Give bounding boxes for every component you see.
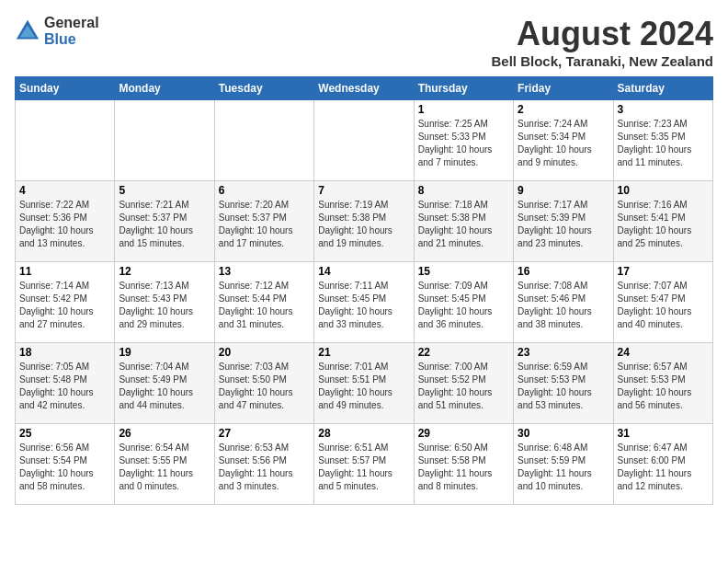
calendar-cell: 4Sunrise: 7:22 AMSunset: 5:36 PMDaylight… bbox=[16, 181, 115, 262]
calendar-cell: 17Sunrise: 7:07 AMSunset: 5:47 PMDayligh… bbox=[613, 262, 712, 343]
calendar-cell: 2Sunrise: 7:24 AMSunset: 5:34 PMDaylight… bbox=[514, 100, 613, 181]
day-of-week-header: Wednesday bbox=[314, 77, 414, 100]
day-of-week-header: Sunday bbox=[16, 77, 115, 100]
calendar-cell: 1Sunrise: 7:25 AMSunset: 5:33 PMDaylight… bbox=[414, 100, 513, 181]
day-info: Sunrise: 6:48 AMSunset: 5:59 PMDaylight:… bbox=[518, 442, 609, 493]
calendar-cell: 24Sunrise: 6:57 AMSunset: 5:53 PMDayligh… bbox=[613, 343, 712, 424]
day-info: Sunrise: 7:08 AMSunset: 5:46 PMDaylight:… bbox=[518, 280, 609, 331]
day-number: 15 bbox=[418, 265, 509, 278]
calendar-cell: 18Sunrise: 7:05 AMSunset: 5:48 PMDayligh… bbox=[16, 343, 115, 424]
day-info: Sunrise: 7:23 AMSunset: 5:35 PMDaylight:… bbox=[618, 118, 709, 169]
calendar-week-row: 25Sunrise: 6:56 AMSunset: 5:54 PMDayligh… bbox=[16, 424, 713, 505]
day-of-week-header: Thursday bbox=[414, 77, 513, 100]
calendar-cell: 3Sunrise: 7:23 AMSunset: 5:35 PMDaylight… bbox=[613, 100, 712, 181]
calendar-cell: 14Sunrise: 7:11 AMSunset: 5:45 PMDayligh… bbox=[314, 262, 414, 343]
logo: General Blue bbox=[15, 15, 99, 47]
calendar-cell: 25Sunrise: 6:56 AMSunset: 5:54 PMDayligh… bbox=[16, 424, 115, 505]
day-info: Sunrise: 7:00 AMSunset: 5:52 PMDaylight:… bbox=[418, 361, 509, 412]
day-info: Sunrise: 6:47 AMSunset: 6:00 PMDaylight:… bbox=[618, 442, 709, 493]
day-number: 14 bbox=[318, 265, 409, 278]
days-of-week-row: SundayMondayTuesdayWednesdayThursdayFrid… bbox=[16, 77, 713, 100]
day-info: Sunrise: 6:51 AMSunset: 5:57 PMDaylight:… bbox=[318, 442, 409, 493]
calendar-cell: 28Sunrise: 6:51 AMSunset: 5:57 PMDayligh… bbox=[314, 424, 414, 505]
day-number: 1 bbox=[418, 103, 509, 116]
day-number: 28 bbox=[318, 427, 409, 440]
day-number: 31 bbox=[618, 427, 709, 440]
day-info: Sunrise: 7:12 AMSunset: 5:44 PMDaylight:… bbox=[219, 280, 310, 331]
day-number: 17 bbox=[618, 265, 709, 278]
day-info: Sunrise: 7:05 AMSunset: 5:48 PMDaylight:… bbox=[19, 361, 110, 412]
calendar-cell: 12Sunrise: 7:13 AMSunset: 5:43 PMDayligh… bbox=[115, 262, 214, 343]
calendar-week-row: 18Sunrise: 7:05 AMSunset: 5:48 PMDayligh… bbox=[16, 343, 713, 424]
calendar-header: SundayMondayTuesdayWednesdayThursdayFrid… bbox=[16, 77, 713, 100]
day-info: Sunrise: 6:56 AMSunset: 5:54 PMDaylight:… bbox=[19, 442, 110, 493]
calendar-week-row: 4Sunrise: 7:22 AMSunset: 5:36 PMDaylight… bbox=[16, 181, 713, 262]
calendar-cell: 5Sunrise: 7:21 AMSunset: 5:37 PMDaylight… bbox=[115, 181, 214, 262]
day-info: Sunrise: 6:53 AMSunset: 5:56 PMDaylight:… bbox=[219, 442, 310, 493]
day-number: 19 bbox=[119, 346, 210, 359]
logo-icon bbox=[15, 18, 40, 44]
calendar-cell: 20Sunrise: 7:03 AMSunset: 5:50 PMDayligh… bbox=[214, 343, 313, 424]
day-number: 29 bbox=[418, 427, 509, 440]
day-info: Sunrise: 7:01 AMSunset: 5:51 PMDaylight:… bbox=[318, 361, 409, 412]
day-number: 2 bbox=[518, 103, 609, 116]
day-number: 12 bbox=[119, 265, 210, 278]
day-of-week-header: Saturday bbox=[613, 77, 712, 100]
calendar-cell: 21Sunrise: 7:01 AMSunset: 5:51 PMDayligh… bbox=[314, 343, 414, 424]
calendar-cell: 13Sunrise: 7:12 AMSunset: 5:44 PMDayligh… bbox=[214, 262, 313, 343]
day-info: Sunrise: 7:13 AMSunset: 5:43 PMDaylight:… bbox=[119, 280, 210, 331]
day-number: 20 bbox=[219, 346, 310, 359]
calendar-cell: 30Sunrise: 6:48 AMSunset: 5:59 PMDayligh… bbox=[514, 424, 613, 505]
day-number: 30 bbox=[518, 427, 609, 440]
day-number: 11 bbox=[19, 265, 110, 278]
day-number: 16 bbox=[518, 265, 609, 278]
page-header: General Blue August 2024 Bell Block, Tar… bbox=[15, 15, 713, 69]
calendar-body: 1Sunrise: 7:25 AMSunset: 5:33 PMDaylight… bbox=[16, 100, 713, 505]
day-number: 25 bbox=[19, 427, 110, 440]
day-number: 6 bbox=[219, 184, 310, 197]
day-info: Sunrise: 7:09 AMSunset: 5:45 PMDaylight:… bbox=[418, 280, 509, 331]
logo-general-label: General bbox=[44, 15, 99, 31]
day-number: 26 bbox=[119, 427, 210, 440]
day-info: Sunrise: 7:17 AMSunset: 5:39 PMDaylight:… bbox=[518, 199, 609, 250]
calendar-cell: 8Sunrise: 7:18 AMSunset: 5:38 PMDaylight… bbox=[414, 181, 513, 262]
day-info: Sunrise: 6:50 AMSunset: 5:58 PMDaylight:… bbox=[418, 442, 509, 493]
calendar-cell: 23Sunrise: 6:59 AMSunset: 5:53 PMDayligh… bbox=[514, 343, 613, 424]
day-info: Sunrise: 6:57 AMSunset: 5:53 PMDaylight:… bbox=[618, 361, 709, 412]
day-number: 23 bbox=[518, 346, 609, 359]
day-info: Sunrise: 7:16 AMSunset: 5:41 PMDaylight:… bbox=[618, 199, 709, 250]
day-number: 22 bbox=[418, 346, 509, 359]
day-number: 3 bbox=[618, 103, 709, 116]
calendar-table: SundayMondayTuesdayWednesdayThursdayFrid… bbox=[15, 76, 713, 505]
day-number: 21 bbox=[318, 346, 409, 359]
day-info: Sunrise: 6:54 AMSunset: 5:55 PMDaylight:… bbox=[119, 442, 210, 493]
day-info: Sunrise: 7:19 AMSunset: 5:38 PMDaylight:… bbox=[318, 199, 409, 250]
calendar-cell: 15Sunrise: 7:09 AMSunset: 5:45 PMDayligh… bbox=[414, 262, 513, 343]
day-info: Sunrise: 7:18 AMSunset: 5:38 PMDaylight:… bbox=[418, 199, 509, 250]
day-number: 18 bbox=[19, 346, 110, 359]
calendar-cell bbox=[214, 100, 313, 181]
day-number: 4 bbox=[19, 184, 110, 197]
calendar-subtitle: Bell Block, Taranaki, New Zealand bbox=[492, 53, 713, 69]
calendar-cell: 10Sunrise: 7:16 AMSunset: 5:41 PMDayligh… bbox=[613, 181, 712, 262]
day-number: 13 bbox=[219, 265, 310, 278]
day-info: Sunrise: 7:24 AMSunset: 5:34 PMDaylight:… bbox=[518, 118, 609, 169]
calendar-cell: 16Sunrise: 7:08 AMSunset: 5:46 PMDayligh… bbox=[514, 262, 613, 343]
day-number: 8 bbox=[418, 184, 509, 197]
day-info: Sunrise: 7:04 AMSunset: 5:49 PMDaylight:… bbox=[119, 361, 210, 412]
day-info: Sunrise: 7:25 AMSunset: 5:33 PMDaylight:… bbox=[418, 118, 509, 169]
day-number: 9 bbox=[518, 184, 609, 197]
day-number: 7 bbox=[318, 184, 409, 197]
day-info: Sunrise: 7:20 AMSunset: 5:37 PMDaylight:… bbox=[219, 199, 310, 250]
calendar-cell: 26Sunrise: 6:54 AMSunset: 5:55 PMDayligh… bbox=[115, 424, 214, 505]
day-info: Sunrise: 7:22 AMSunset: 5:36 PMDaylight:… bbox=[19, 199, 110, 250]
calendar-cell: 11Sunrise: 7:14 AMSunset: 5:42 PMDayligh… bbox=[16, 262, 115, 343]
calendar-week-row: 11Sunrise: 7:14 AMSunset: 5:42 PMDayligh… bbox=[16, 262, 713, 343]
calendar-cell: 19Sunrise: 7:04 AMSunset: 5:49 PMDayligh… bbox=[115, 343, 214, 424]
calendar-cell: 6Sunrise: 7:20 AMSunset: 5:37 PMDaylight… bbox=[214, 181, 313, 262]
day-of-week-header: Monday bbox=[115, 77, 214, 100]
day-info: Sunrise: 7:11 AMSunset: 5:45 PMDaylight:… bbox=[318, 280, 409, 331]
calendar-title: August 2024 bbox=[492, 15, 713, 53]
day-of-week-header: Friday bbox=[514, 77, 613, 100]
day-of-week-header: Tuesday bbox=[214, 77, 313, 100]
